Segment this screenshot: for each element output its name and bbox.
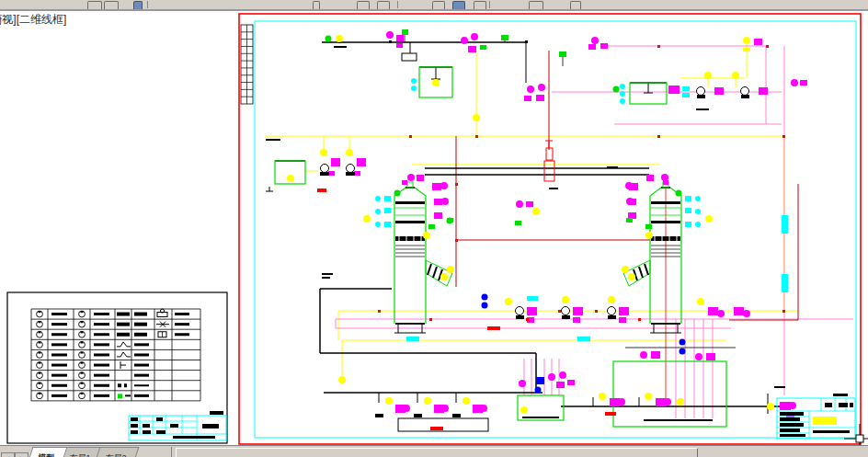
toolbar-icon-fragment[interactable]	[529, 1, 543, 9]
layout-tab-2[interactable]: 布局2	[96, 447, 140, 457]
toolbar-icon-fragment[interactable]	[452, 1, 465, 9]
tab-nav-buttons: ◄►	[1, 447, 29, 457]
horizontal-scrollbar[interactable]	[171, 447, 868, 457]
toolbar-icon-fragment[interactable]	[147, 1, 148, 8]
autocad-window: [俯视][二维线框] ◄► 模型布局1布局2	[0, 0, 868, 457]
legend-panel	[7, 292, 227, 443]
toolbar-icon-fragment[interactable]	[474, 1, 486, 9]
tab-nav-arrow-1[interactable]: ►	[15, 452, 29, 457]
toolbar-icon-fragment[interactable]	[377, 1, 390, 9]
toolbar-icon-fragment[interactable]	[357, 1, 370, 9]
drawing-canvas[interactable]	[0, 0, 868, 457]
scrollbar-thumb[interactable]	[176, 448, 698, 457]
toolbar-icon-fragment[interactable]	[489, 1, 490, 8]
toolbar-icon-fragment[interactable]	[313, 1, 320, 9]
toolbar-icon-fragment[interactable]	[397, 1, 398, 8]
toolbar-icon-fragment[interactable]	[570, 1, 581, 9]
toolbar-icon-fragment[interactable]	[133, 1, 143, 9]
toolbar-icon-fragment[interactable]	[104, 1, 119, 9]
layout-tab-0[interactable]: 模型	[29, 447, 68, 457]
toolbar-icon-fragment[interactable]	[432, 1, 445, 9]
toolbar	[0, 0, 868, 11]
viewport-label: [俯视][二维线框]	[0, 12, 66, 28]
layout-tabs: 模型布局1布局2	[30, 447, 133, 457]
toolbar-icon-fragment[interactable]	[87, 1, 102, 9]
tab-nav-arrow-0[interactable]: ◄	[1, 452, 15, 457]
valve-and-symbol-blocks	[266, 29, 848, 430]
layout-tabbar: ◄► 模型布局1布局2	[0, 445, 868, 457]
